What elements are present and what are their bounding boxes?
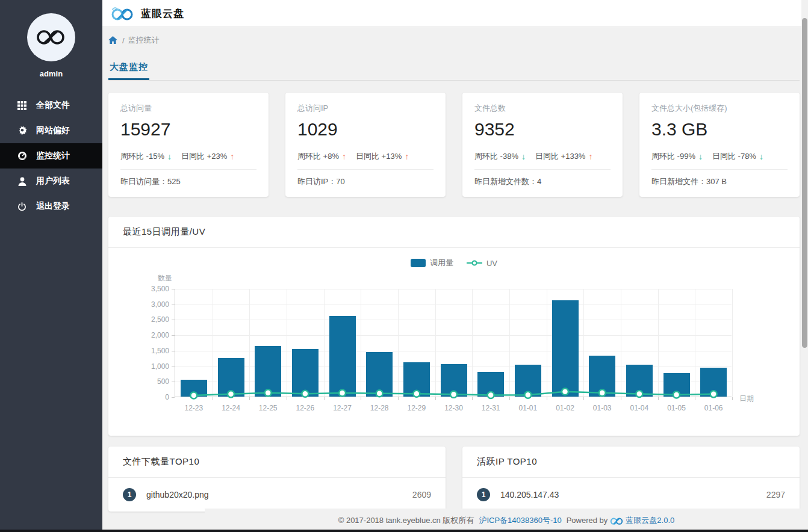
trend-week: 周环比 +8%↑ — [297, 151, 346, 162]
legend-label: 调用量 — [430, 258, 453, 268]
file-name: github20x20.png — [146, 490, 209, 500]
stat-footer: 昨日新增文件：307 B — [651, 176, 788, 187]
uv-point-01-06[interactable] — [710, 391, 717, 397]
y-axis-title: 数量 — [158, 273, 172, 283]
legend-item-uv[interactable]: UV — [467, 259, 497, 268]
uv-point-12-23[interactable] — [190, 392, 197, 398]
x-axis-title: 日期 — [739, 394, 754, 404]
scrollbar-track[interactable] — [801, 0, 808, 532]
sidebar-item-logout[interactable]: 退出登录 — [0, 194, 102, 219]
divider — [297, 169, 434, 170]
uv-point-12-24[interactable] — [228, 391, 234, 397]
breadcrumb-current: 监控统计 — [128, 35, 160, 46]
trend-down-icon: ↓ — [521, 152, 526, 161]
stat-value: 9352 — [474, 119, 611, 140]
powered-by-text: Powered by — [567, 516, 608, 525]
chart-card: 最近15日调用量/UV 调用量 UV 数量 05001,0001,5002,00… — [108, 217, 800, 436]
sidebar-item-label: 退出登录 — [36, 201, 70, 212]
tab-dashboard-monitor[interactable]: 大盘监控 — [108, 61, 149, 80]
tab-bar: 大盘监控 — [108, 61, 800, 81]
sidebar-item-site-preferences[interactable]: 网站偏好 — [0, 118, 102, 143]
y-tick-label: 1,500 — [133, 347, 169, 355]
y-tick-label: 0 — [133, 393, 169, 401]
stat-cards-row: 总访问量 15927 周环比 -15%↓ 日同比 +23%↑ 昨日访问量：525… — [108, 93, 800, 197]
product-link[interactable]: 蓝眼云盘2.0.0 — [626, 515, 674, 526]
window-bottom-edge — [0, 530, 808, 532]
rank-badge: 1 — [123, 488, 136, 501]
x-tick-label: 12-24 — [213, 404, 249, 412]
uv-point-12-25[interactable] — [265, 389, 272, 396]
x-tick-label: 12-23 — [176, 404, 212, 412]
sidebar-item-label: 网站偏好 — [36, 125, 70, 136]
trend-up-icon: ↑ — [230, 152, 234, 161]
chart-body: 调用量 UV 数量 05001,0001,5002,0002,5003,0003… — [108, 248, 800, 436]
y-tick-label: 3,500 — [133, 285, 169, 293]
uv-point-01-02[interactable] — [562, 388, 568, 395]
footer: © 2017-2018 tank.eyeblue.cn 版权所有 沪ICP备14… — [205, 509, 808, 532]
uv-point-12-28[interactable] — [376, 390, 383, 397]
app-title: 蓝眼云盘 — [141, 7, 184, 20]
uv-line-series — [175, 289, 732, 397]
stat-card-total-ip: 总访问IP 1029 周环比 +8%↑ 日同比 +13%↑ 昨日访IP：70 — [285, 93, 446, 197]
divider — [651, 169, 788, 170]
ip-address: 140.205.147.43 — [500, 490, 559, 500]
uv-point-12-31[interactable] — [488, 392, 494, 398]
rank-badge: 1 — [477, 488, 490, 501]
uv-point-12-30[interactable] — [450, 391, 457, 398]
sidebar-item-user-list[interactable]: 用户列表 — [0, 169, 102, 194]
chart-plot-area: 05001,0001,5002,0002,5003,0003,50012-231… — [175, 289, 732, 397]
sidebar-item-monitor-stats[interactable]: 监控统计 — [0, 143, 102, 169]
stat-label: 总访问量 — [120, 103, 256, 114]
legend-bar-swatch-icon — [411, 259, 426, 267]
uv-point-01-04[interactable] — [636, 391, 642, 397]
icp-link[interactable]: 沪ICP备14038360号-10 — [479, 515, 561, 526]
x-tick-label: 01-06 — [695, 404, 732, 412]
uv-point-12-26[interactable] — [302, 391, 308, 397]
trend-day: 日同比 +13%↑ — [356, 151, 409, 162]
uv-point-12-27[interactable] — [339, 390, 346, 397]
x-tick-label: 01-01 — [510, 404, 546, 412]
sidebar-item-label: 全部文件 — [36, 100, 70, 111]
x-tick-label: 01-05 — [659, 404, 695, 412]
trend-up-icon: ↑ — [342, 152, 346, 161]
sidebar-item-all-files[interactable]: 全部文件 — [0, 93, 102, 118]
trend-down-icon: ↓ — [698, 152, 703, 161]
trend-day: 日同比 +23%↑ — [181, 151, 234, 162]
y-tick-label: 2,500 — [133, 315, 169, 324]
home-icon[interactable] — [108, 36, 117, 45]
sidebar-item-label: 用户列表 — [36, 176, 70, 187]
app-logo-icon — [111, 6, 134, 20]
list-item: 1 140.205.147.43 2297 — [462, 478, 800, 512]
x-tick-label: 12-30 — [436, 404, 472, 412]
uv-point-01-01[interactable] — [524, 392, 531, 398]
sidebar: admin 全部文件 网站偏好 — [0, 0, 102, 532]
trend-day: 日同比 +133%↑ — [535, 151, 592, 162]
uv-point-01-05[interactable] — [673, 391, 680, 398]
user-icon — [17, 176, 27, 187]
stat-label: 文件总大小(包括缓存) — [651, 103, 788, 114]
uv-point-12-29[interactable] — [413, 391, 420, 397]
gear-icon — [17, 126, 27, 136]
trend-day: 日同比 -78%↓ — [712, 151, 763, 162]
stat-value: 3.3 GB — [651, 119, 788, 140]
x-tick-label: 01-04 — [621, 404, 657, 412]
legend-label: UV — [486, 259, 497, 268]
legend-line-swatch-icon — [467, 262, 482, 264]
x-tick-label: 12-27 — [325, 404, 361, 412]
x-tick-label: 12-25 — [250, 404, 286, 412]
trend-down-icon: ↓ — [759, 152, 763, 161]
scrollbar-thumb[interactable] — [802, 18, 807, 348]
trend-week: 周环比 -99%↓ — [651, 151, 703, 162]
sidebar-menu: 全部文件 网站偏好 监控统计 — [0, 93, 102, 219]
stat-value: 15927 — [120, 119, 256, 140]
x-tick-label: 12-26 — [287, 404, 323, 412]
chart-card-title: 最近15日调用量/UV — [108, 217, 800, 248]
x-tick-label: 12-31 — [473, 404, 509, 412]
x-tick-label: 01-03 — [584, 404, 620, 412]
stat-footer: 昨日访IP：70 — [297, 176, 434, 187]
y-tick-label: 2,000 — [133, 331, 169, 339]
divider — [120, 169, 256, 170]
y-tick-label: 3,000 — [133, 300, 169, 309]
legend-item-calls[interactable]: 调用量 — [411, 258, 453, 268]
uv-point-01-03[interactable] — [599, 389, 606, 396]
